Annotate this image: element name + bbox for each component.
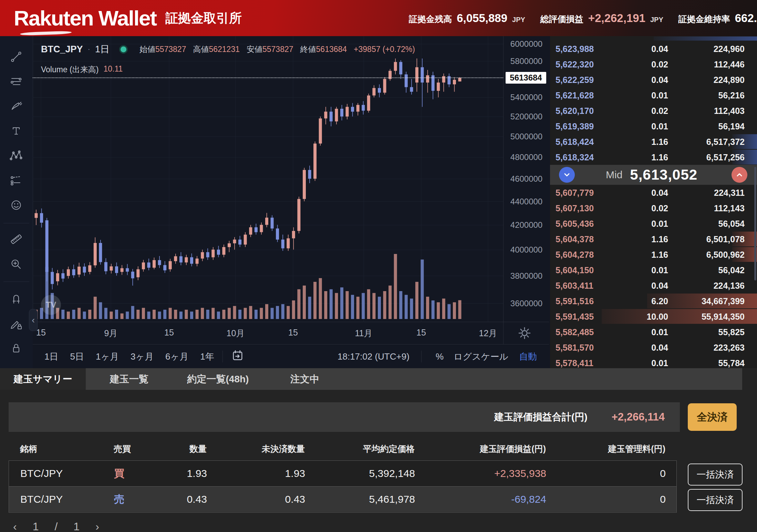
timeframe-button[interactable]: 3ヶ月 [131,351,154,363]
price-axis-label: 5000000 [504,132,549,141]
positions-panel: 建玉サマリー建玉一覧約定一覧(48h)注文中 建玉評価損益合計(円) +2,26… [0,368,757,532]
rakuten-logo-swoosh [20,31,72,35]
orderbook-bid-row[interactable]: 5,603,4110.04224,136 [550,278,757,293]
volume-value: 10.11 [103,64,123,75]
account-stats: 証拠金残高6,055,889JPY総評価損益+2,262,191JPY証拠金維持… [409,12,757,25]
orderbook-bid-row[interactable]: 5,604,3781.166,501,078 [550,231,757,247]
scroll-down-button[interactable] [559,167,575,183]
orderbook-ask-row[interactable]: 5,622,2590.04224,890 [550,72,757,87]
chart-canvas[interactable] [33,36,503,322]
orderbook-bid-row[interactable]: 5,604,1500.0156,042 [550,262,757,278]
percent-scale-button[interactable]: % [436,351,444,362]
account-stat: 証拠金残高6,055,889JPY [409,12,525,25]
legend-separator: · [88,45,90,54]
timeframe-buttons: 1日5日1ヶ月3ヶ月6ヶ月1年 [33,351,214,363]
column-header: 建玉管理料(円) [599,443,665,457]
timeframe-button[interactable]: 1年 [200,351,214,363]
toolbar-separator [222,351,223,362]
go-to-date-icon[interactable] [231,349,244,364]
timeframe-button[interactable]: 1ヶ月 [96,351,119,363]
orderbook-ask-row[interactable]: 5,621,6280.0156,216 [550,87,757,103]
tab-execution-list[interactable]: 約定一覧(48h) [170,368,266,390]
orderbook-bid-row[interactable]: 5,578,4110.0155,784 [550,355,757,368]
orderbook-bid-row[interactable]: 5,582,4850.0155,825 [550,324,757,340]
auto-scale-button[interactable]: 自動 [519,351,537,363]
price-axis[interactable]: 5613684 60000005800000540000052000005000… [503,36,549,322]
price-axis-label: 5400000 [504,93,549,102]
last-price-tag: 5613684 [506,72,546,84]
timeframe-button[interactable]: 1日 [44,351,58,363]
orderbook-ask-row[interactable]: 5,620,1700.02112,403 [550,103,757,118]
prev-page-icon[interactable]: ‹ [13,520,17,532]
edit-lock-icon[interactable] [7,314,26,333]
position-row[interactable]: BTC/JPY売0.430.435,461,978-69,8240 [9,487,676,512]
rakuten-wallet-logo: Rakuten Wallet [14,6,156,30]
settle-position-button[interactable]: 一括決済 [688,464,743,486]
timeframe-button[interactable]: 6ヶ月 [165,351,188,363]
orderbook-ask-row[interactable]: 5,622,3200.02112,446 [550,56,757,72]
time-axis[interactable]: 159月1510月1511月1512月 [33,322,549,344]
tab-position-list[interactable]: 建玉一覧 [81,368,177,390]
orderbook-bid-row[interactable]: 5,591,5166.2034,667,399 [550,293,757,309]
market-status-dot [119,45,128,54]
orderbook-bid-row[interactable]: 5,604,2781.166,500,962 [550,247,757,262]
volume-label: Volume (出来高) [41,64,98,75]
zoom-in-icon[interactable] [7,255,26,274]
candlestick-chart[interactable]: BTC_JPY · 1日 始値5573827 高値5621231 安値55738… [33,36,503,322]
orderbook-ask-row[interactable]: 5,623,9880.04224,960 [550,41,757,56]
orderbook-ask-row[interactable]: 5,618,4241.166,517,372 [550,134,757,149]
symbol-label: BTC_JPY [41,44,83,55]
chart-toolbar: 1日5日1ヶ月3ヶ月6ヶ月1年 18:17:02 (UTC+9) % ログスケー… [33,344,549,369]
close-all-button[interactable]: 全決済 [688,403,737,431]
trend-line-icon[interactable] [7,47,26,66]
magnet-icon[interactable] [7,289,26,308]
positions-table: BTC/JPY買1.931.935,392,148+2,335,9380BTC/… [9,460,677,513]
orderbook-scrollbar[interactable] [754,167,756,280]
app-header: Rakuten Wallet 証拠金取引所 証拠金残高6,055,889JPY総… [0,0,757,36]
scroll-up-button[interactable] [732,167,747,183]
brush-icon[interactable] [7,97,26,116]
ohlc-close: 終値5613684 [300,44,347,55]
price-axis-label: 3600000 [504,299,549,308]
toolbar-divider [3,223,29,223]
timeframe-button[interactable]: 5日 [70,351,84,363]
theme-sun-icon[interactable] [515,324,534,342]
lock-icon[interactable] [7,339,26,358]
log-scale-button[interactable]: ログスケール [454,351,508,363]
chevron-left-icon[interactable]: ‹ [29,309,38,331]
orderbook-bid-row[interactable]: 5,581,5700.04223,263 [550,340,757,355]
tab-open-orders[interactable]: 注文中 [257,368,353,390]
column-header: 未決済数量 [236,443,305,457]
orderbook-bid-row[interactable]: 5,591,43510.0055,914,350 [550,309,757,324]
clock[interactable]: 18:17:02 (UTC+9) [338,351,409,362]
next-page-icon[interactable]: › [95,520,99,532]
app-title: 証拠金取引所 [165,10,242,27]
column-header: 銘柄 [20,443,96,457]
xabcd-pattern-icon[interactable] [7,146,26,165]
column-header: 数量 [152,443,207,457]
account-stat: 証拠金維持率662. [678,12,757,25]
tab-position-summary[interactable]: 建玉サマリー [0,368,86,390]
price-axis-label: 5200000 [504,112,549,121]
ruler-icon[interactable] [7,230,26,249]
orderbook-ask-row[interactable] [550,36,757,41]
orderbook-ask-row[interactable]: 5,619,3890.0156,194 [550,118,757,134]
time-axis-label: 15 [154,328,185,338]
forecast-icon[interactable] [7,171,26,190]
text-icon[interactable] [7,121,26,141]
orderbook-bid-row[interactable]: 5,607,1300.02112,143 [550,200,757,216]
price-axis-label: 6000000 [504,39,549,49]
settle-position-button[interactable]: 一括決済 [688,489,743,511]
pnl-summary-value: +2,266,114 [612,411,665,423]
orderbook-bid-row[interactable]: 5,607,7790.04224,311 [550,185,757,200]
price-axis-label: 4200000 [504,220,549,230]
ohlc-low: 安値5573827 [247,44,293,55]
orderbook-bid-row[interactable]: 5,605,4360.0156,054 [550,216,757,231]
orderbook-ask-row[interactable]: 5,618,3241.166,517,256 [550,149,757,165]
current-page: 1 [33,520,39,532]
column-header: 売買 [114,443,134,457]
position-row[interactable]: BTC/JPY買1.931.935,392,148+2,335,9380 [9,461,676,487]
drawing-toolbar [0,36,33,368]
fib-lines-icon[interactable] [7,72,26,91]
emoji-icon[interactable] [7,195,26,215]
